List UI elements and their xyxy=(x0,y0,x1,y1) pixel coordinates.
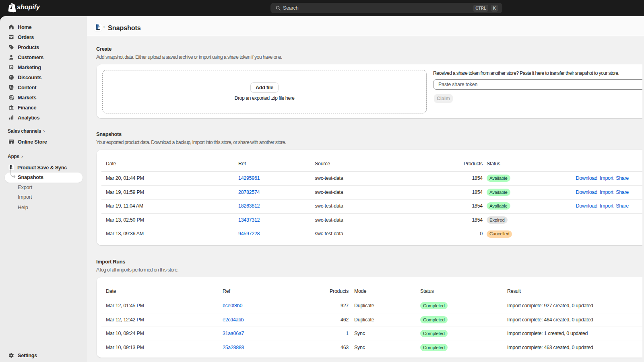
svg-text:$: $ xyxy=(12,98,13,100)
